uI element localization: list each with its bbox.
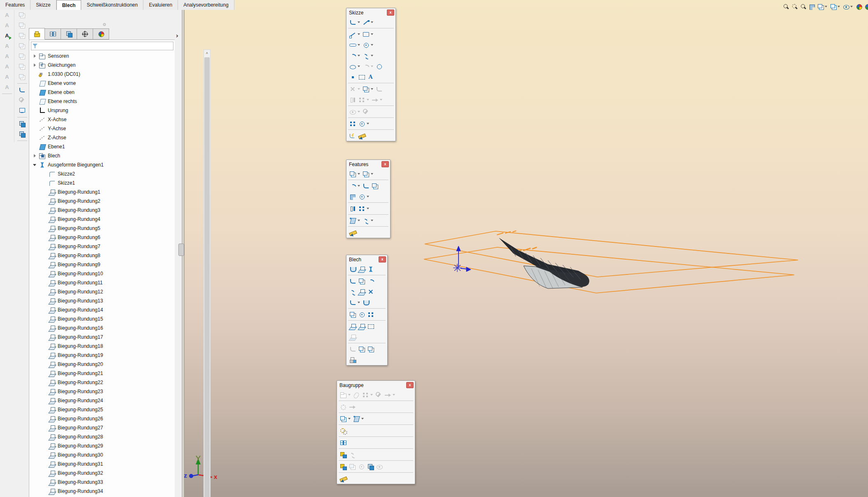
dropdown-arrow-icon[interactable] (371, 66, 373, 67)
dropdown-arrow-icon[interactable] (371, 173, 373, 175)
offset-entities-button[interactable] (374, 84, 384, 94)
tree-expand-arrow[interactable] (32, 54, 37, 58)
sketched-bend-button[interactable] (357, 287, 366, 296)
exploded-view-button[interactable] (339, 450, 348, 459)
tree-item[interactable]: Biegung-Rundung13 (29, 296, 175, 305)
tree-item[interactable]: Biegung-Rundung32 (29, 469, 175, 478)
dropdown-arrow-icon[interactable] (367, 208, 369, 209)
rip-button[interactable] (348, 345, 357, 354)
dropdown-arrow-icon[interactable] (358, 185, 360, 187)
filter-input[interactable] (39, 42, 173, 49)
panel-grip-handle[interactable] (103, 23, 106, 26)
tree-item[interactable]: Biegung-Rundung1 (29, 188, 175, 197)
assembly-visualization-button[interactable] (366, 462, 375, 471)
curves-button[interactable] (361, 216, 370, 225)
no-bends-button[interactable] (348, 333, 357, 342)
insert-component-button[interactable] (339, 390, 348, 399)
tree-item[interactable]: Biegung-Rundung23 (29, 387, 175, 396)
dropdown-arrow-icon[interactable] (358, 33, 360, 35)
tree-item[interactable]: Biegung-Rundung31 (29, 459, 175, 469)
tree-item[interactable]: Biegung-Rundung19 (29, 351, 175, 360)
annotation-show-button[interactable]: A (2, 30, 12, 41)
motion-study-button[interactable] (339, 426, 348, 435)
tree-item[interactable]: Biegung-Rundung28 (29, 432, 175, 441)
hem-button[interactable] (366, 277, 375, 286)
tree-item[interactable]: Biegung-Rundung10 (29, 269, 175, 278)
ribbon-tab-skizze[interactable]: Skizze (30, 0, 56, 10)
shell-button[interactable] (370, 181, 379, 190)
base-flange-button[interactable] (348, 265, 357, 274)
tree-item[interactable]: Biegung-Rundung18 (29, 342, 175, 351)
wrap-button[interactable] (357, 192, 366, 201)
dropdown-arrow-icon[interactable] (371, 88, 373, 90)
tree-expand-arrow[interactable] (32, 154, 37, 157)
tree-item[interactable]: ≡1.0330 (DC01) (29, 70, 175, 79)
ribbon-tab-evaluieren[interactable]: Evaluieren (143, 0, 178, 10)
smart-fasteners-button[interactable] (374, 390, 383, 399)
extruded-boss-button[interactable] (348, 169, 357, 178)
stud-button[interactable] (366, 265, 375, 274)
ellipse-button[interactable] (348, 62, 357, 71)
simple-hole-button[interactable] (357, 310, 366, 319)
repair-sketch-button[interactable] (361, 107, 370, 116)
scroll-up-icon[interactable]: ˄ (204, 50, 210, 56)
sketch-picture-button[interactable] (357, 73, 366, 82)
view-cube-button[interactable] (17, 20, 28, 30)
display-window-button[interactable] (17, 105, 28, 116)
display-relations-button[interactable] (348, 107, 357, 116)
trim-entities-button[interactable] (348, 84, 357, 94)
mirror-button[interactable] (348, 204, 357, 213)
display-pane-back-button[interactable] (17, 129, 28, 139)
view-cube-button[interactable] (17, 72, 28, 82)
dropdown-arrow-icon[interactable] (838, 6, 840, 7)
tree-item[interactable]: Skizze1 (29, 178, 175, 188)
tree-item[interactable]: Biegung-Rundung24 (29, 396, 175, 405)
sketch-button[interactable] (348, 18, 357, 27)
circled-dot-button[interactable] (357, 119, 366, 128)
move-entities-button[interactable] (370, 95, 379, 104)
dropdown-arrow-icon[interactable] (348, 418, 351, 420)
tree-item[interactable]: Biegung-Rundung25 (29, 405, 175, 414)
flatten-button[interactable] (366, 322, 375, 331)
annotation-attach-button[interactable]: A (2, 51, 12, 61)
tree-item[interactable]: Ebene oben (29, 88, 175, 97)
tree-item[interactable]: Biegung-Rundung30 (29, 450, 175, 459)
view-cube-button[interactable] (17, 41, 28, 51)
polygon-button[interactable] (374, 62, 384, 71)
extruded-cut-button[interactable] (361, 169, 370, 178)
bend-button[interactable] (348, 298, 357, 307)
scrollbar-thumb[interactable] (204, 57, 210, 497)
interference-detection-button[interactable] (339, 462, 348, 471)
tree-item[interactable]: Biegung-Rundung8 (29, 251, 175, 260)
annotation-area-button[interactable]: A (2, 72, 12, 82)
zoom-fit-button[interactable] (783, 2, 790, 12)
dropdown-arrow-icon[interactable] (358, 55, 360, 56)
view-orientation-button[interactable] (817, 2, 828, 12)
mirror-entities-button[interactable] (348, 95, 357, 104)
tree-item[interactable]: Y-Achse (29, 124, 175, 133)
panel-expand-chevron[interactable]: › (176, 32, 178, 40)
tree-item[interactable]: Biegung-Rundung11 (29, 278, 175, 287)
tree-item[interactable]: Biegung-Rundung12 (29, 287, 175, 296)
tree-item[interactable]: Biegung-Rundung20 (29, 360, 175, 369)
linear-pattern-button[interactable] (357, 204, 366, 213)
tree-item[interactable]: Biegung-Rundung22 (29, 378, 175, 387)
mate-button[interactable] (352, 390, 361, 399)
tree-vertical-scrollbar[interactable]: ˄ ˅ (204, 49, 211, 497)
properties-tab-tab[interactable] (45, 28, 61, 40)
tree-item[interactable]: Ursprung (29, 106, 175, 115)
sketch-fillet-button[interactable] (361, 62, 370, 71)
sketch-context-button[interactable] (17, 85, 28, 95)
tree-item[interactable]: Biegung-Rundung21 (29, 369, 175, 378)
dimxpert-tab-tab[interactable] (77, 28, 93, 40)
rapid-sketch-button[interactable] (348, 131, 357, 140)
tree-item[interactable]: Biegung-Rundung2 (29, 197, 175, 206)
display-pane-button[interactable] (17, 119, 28, 129)
tree-item[interactable]: Biegung-Rundung9 (29, 260, 175, 269)
tree-item[interactable]: Biegung-Rundung7 (29, 242, 175, 251)
component-pattern-button[interactable] (361, 390, 370, 399)
tree-item[interactable]: Biegung-Rundung4 (29, 215, 175, 224)
explode-line-sketch-button[interactable] (348, 450, 357, 459)
fillet-button[interactable] (348, 181, 357, 190)
slot-button[interactable] (348, 40, 357, 49)
